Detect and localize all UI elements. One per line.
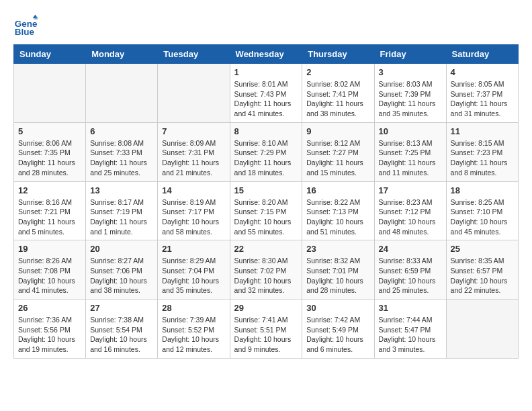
day-number: 29: [234, 303, 298, 313]
calendar-day-cell: 31Sunrise: 7:44 AMSunset: 5:47 PMDayligh…: [374, 300, 446, 359]
calendar-day-cell: 28Sunrise: 7:39 AMSunset: 5:52 PMDayligh…: [158, 300, 230, 359]
day-number: 16: [306, 185, 369, 195]
day-info: Sunrise: 8:20 AMSunset: 7:15 PMDaylight:…: [234, 197, 298, 237]
calendar-day-cell: 8Sunrise: 8:10 AMSunset: 7:29 PMDaylight…: [230, 122, 302, 181]
day-number: 26: [18, 303, 81, 313]
calendar-day-cell: 23Sunrise: 8:32 AMSunset: 7:01 PMDayligh…: [302, 240, 374, 300]
weekday-header-cell: Tuesday: [158, 45, 230, 64]
weekday-header-cell: Monday: [86, 45, 158, 64]
day-number: 7: [162, 126, 225, 136]
day-info: Sunrise: 8:19 AMSunset: 7:17 PMDaylight:…: [162, 197, 225, 237]
calendar-day-cell: 1Sunrise: 8:01 AMSunset: 7:43 PMDaylight…: [230, 64, 302, 123]
calendar-day-cell: 16Sunrise: 8:22 AMSunset: 7:13 PMDayligh…: [302, 181, 374, 240]
calendar-day-cell: 17Sunrise: 8:23 AMSunset: 7:12 PMDayligh…: [374, 181, 446, 240]
day-info: Sunrise: 8:01 AMSunset: 7:43 PMDaylight:…: [234, 79, 298, 119]
calendar-day-cell: 12Sunrise: 8:16 AMSunset: 7:21 PMDayligh…: [14, 181, 86, 240]
day-info: Sunrise: 8:10 AMSunset: 7:29 PMDaylight:…: [234, 138, 298, 178]
day-number: 13: [90, 185, 153, 195]
calendar-day-cell: 29Sunrise: 7:41 AMSunset: 5:51 PMDayligh…: [230, 300, 302, 359]
calendar-day-cell: 18Sunrise: 8:25 AMSunset: 7:10 PMDayligh…: [446, 181, 518, 240]
calendar-week-row: 1Sunrise: 8:01 AMSunset: 7:43 PMDaylight…: [14, 64, 519, 123]
day-info: Sunrise: 7:36 AMSunset: 5:56 PMDaylight:…: [18, 315, 81, 355]
day-info: Sunrise: 8:17 AMSunset: 7:19 PMDaylight:…: [90, 197, 153, 237]
calendar-day-cell: 11Sunrise: 8:15 AMSunset: 7:23 PMDayligh…: [446, 122, 518, 181]
day-number: 12: [18, 185, 81, 195]
day-number: 8: [234, 126, 298, 136]
weekday-header-cell: Saturday: [446, 45, 518, 64]
calendar-day-cell: 14Sunrise: 8:19 AMSunset: 7:17 PMDayligh…: [158, 181, 230, 240]
calendar-day-cell: 2Sunrise: 8:02 AMSunset: 7:41 PMDaylight…: [302, 64, 374, 123]
day-info: Sunrise: 8:30 AMSunset: 7:02 PMDaylight:…: [234, 256, 298, 295]
calendar-day-cell: 13Sunrise: 8:17 AMSunset: 7:19 PMDayligh…: [86, 181, 158, 240]
calendar-body: 1Sunrise: 8:01 AMSunset: 7:43 PMDaylight…: [14, 64, 519, 359]
day-info: Sunrise: 7:41 AMSunset: 5:51 PMDaylight:…: [234, 315, 298, 355]
day-number: 24: [379, 244, 442, 254]
weekday-header-cell: Sunday: [14, 45, 86, 64]
day-number: 28: [162, 303, 225, 313]
calendar-day-cell: [14, 64, 86, 123]
logo-icon: General Blue: [13, 13, 38, 38]
day-info: Sunrise: 8:33 AMSunset: 6:59 PMDaylight:…: [379, 256, 442, 295]
day-number: 17: [379, 185, 442, 195]
calendar-week-row: 12Sunrise: 8:16 AMSunset: 7:21 PMDayligh…: [14, 181, 519, 240]
day-info: Sunrise: 8:13 AMSunset: 7:25 PMDaylight:…: [379, 138, 442, 178]
day-info: Sunrise: 8:35 AMSunset: 6:57 PMDaylight:…: [451, 256, 514, 295]
calendar-day-cell: 3Sunrise: 8:03 AMSunset: 7:39 PMDaylight…: [374, 64, 446, 123]
day-info: Sunrise: 8:03 AMSunset: 7:39 PMDaylight:…: [379, 79, 442, 119]
calendar-day-cell: 20Sunrise: 8:27 AMSunset: 7:06 PMDayligh…: [86, 240, 158, 300]
weekday-header-cell: Wednesday: [230, 45, 302, 64]
day-info: Sunrise: 8:27 AMSunset: 7:06 PMDaylight:…: [90, 256, 153, 295]
day-info: Sunrise: 8:26 AMSunset: 7:08 PMDaylight:…: [18, 256, 81, 295]
day-info: Sunrise: 8:06 AMSunset: 7:35 PMDaylight:…: [18, 138, 81, 178]
day-number: 27: [90, 303, 153, 313]
day-number: 2: [306, 67, 369, 77]
day-info: Sunrise: 7:42 AMSunset: 5:49 PMDaylight:…: [306, 315, 369, 355]
day-number: 23: [306, 244, 369, 254]
calendar-day-cell: 4Sunrise: 8:05 AMSunset: 7:37 PMDaylight…: [446, 64, 518, 123]
calendar-day-cell: 5Sunrise: 8:06 AMSunset: 7:35 PMDaylight…: [14, 122, 86, 181]
day-number: 9: [306, 126, 369, 136]
day-number: 11: [451, 126, 514, 136]
day-info: Sunrise: 8:23 AMSunset: 7:12 PMDaylight:…: [379, 197, 442, 237]
day-info: Sunrise: 8:22 AMSunset: 7:13 PMDaylight:…: [306, 197, 369, 237]
calendar-day-cell: 21Sunrise: 8:29 AMSunset: 7:04 PMDayligh…: [158, 240, 230, 300]
calendar-day-cell: [446, 300, 518, 359]
calendar-day-cell: 6Sunrise: 8:08 AMSunset: 7:33 PMDaylight…: [86, 122, 158, 181]
day-info: Sunrise: 8:32 AMSunset: 7:01 PMDaylight:…: [306, 256, 369, 295]
day-info: Sunrise: 8:02 AMSunset: 7:41 PMDaylight:…: [306, 79, 369, 119]
logo: General Blue: [13, 13, 42, 38]
calendar-week-row: 26Sunrise: 7:36 AMSunset: 5:56 PMDayligh…: [14, 300, 519, 359]
calendar-day-cell: 7Sunrise: 8:09 AMSunset: 7:31 PMDaylight…: [158, 122, 230, 181]
day-number: 4: [451, 67, 514, 77]
day-number: 30: [306, 303, 369, 313]
day-number: 19: [18, 244, 81, 254]
calendar-day-cell: 24Sunrise: 8:33 AMSunset: 6:59 PMDayligh…: [374, 240, 446, 300]
day-number: 6: [90, 126, 153, 136]
day-number: 15: [234, 185, 298, 195]
day-info: Sunrise: 7:44 AMSunset: 5:47 PMDaylight:…: [379, 315, 442, 355]
day-number: 21: [162, 244, 225, 254]
calendar-week-row: 5Sunrise: 8:06 AMSunset: 7:35 PMDaylight…: [14, 122, 519, 181]
day-info: Sunrise: 8:12 AMSunset: 7:27 PMDaylight:…: [306, 138, 369, 178]
day-number: 5: [18, 126, 81, 136]
calendar-week-row: 19Sunrise: 8:26 AMSunset: 7:08 PMDayligh…: [14, 240, 519, 300]
weekday-header-row: SundayMondayTuesdayWednesdayThursdayFrid…: [14, 45, 519, 64]
day-number: 1: [234, 67, 298, 77]
day-number: 18: [451, 185, 514, 195]
day-info: Sunrise: 8:05 AMSunset: 7:37 PMDaylight:…: [451, 79, 514, 119]
calendar-day-cell: 27Sunrise: 7:38 AMSunset: 5:54 PMDayligh…: [86, 300, 158, 359]
calendar-day-cell: 30Sunrise: 7:42 AMSunset: 5:49 PMDayligh…: [302, 300, 374, 359]
calendar-day-cell: 22Sunrise: 8:30 AMSunset: 7:02 PMDayligh…: [230, 240, 302, 300]
day-number: 25: [451, 244, 514, 254]
calendar-table: SundayMondayTuesdayWednesdayThursdayFrid…: [13, 44, 519, 359]
calendar-day-cell: 15Sunrise: 8:20 AMSunset: 7:15 PMDayligh…: [230, 181, 302, 240]
day-info: Sunrise: 8:15 AMSunset: 7:23 PMDaylight:…: [451, 138, 514, 178]
day-number: 22: [234, 244, 298, 254]
calendar-day-cell: 25Sunrise: 8:35 AMSunset: 6:57 PMDayligh…: [446, 240, 518, 300]
day-info: Sunrise: 8:09 AMSunset: 7:31 PMDaylight:…: [162, 138, 225, 178]
calendar-day-cell: [86, 64, 158, 123]
svg-text:Blue: Blue: [15, 27, 35, 37]
calendar-day-cell: 9Sunrise: 8:12 AMSunset: 7:27 PMDaylight…: [302, 122, 374, 181]
day-info: Sunrise: 8:16 AMSunset: 7:21 PMDaylight:…: [18, 197, 81, 237]
day-number: 14: [162, 185, 225, 195]
